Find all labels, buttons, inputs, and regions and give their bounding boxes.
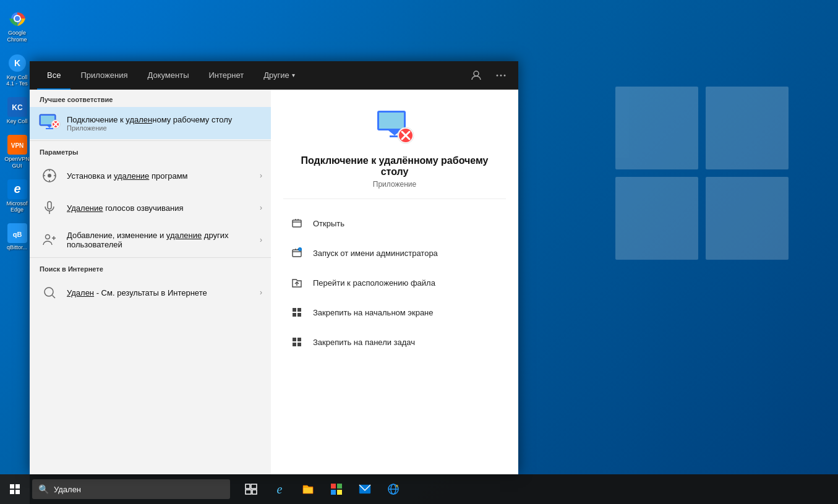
app-detail-sub: Приложение (373, 180, 416, 189)
internet-search-icon (38, 281, 61, 304)
desktop: Google Chrome K Key Coll 4.1 - Tes KC Ke… (0, 0, 838, 504)
desktop-icon-keycollector1[interactable]: K Key Coll 4.1 - Tes (1, 51, 33, 90)
desktop-icon-qbittorrent[interactable]: qB qBittor... (1, 221, 33, 254)
settings-item-manage-users[interactable]: Добавление, изменение и удаление других … (30, 224, 271, 256)
arrow-icon-1: › (260, 171, 262, 180)
search-tabs-actions (466, 66, 511, 85)
internet-search-item[interactable]: Удален - См. результаты в Интернете › (30, 276, 271, 309)
svg-rect-20 (46, 128, 53, 129)
best-match-text: Подключение к удаленному рабочему столу … (67, 115, 262, 132)
svg-text:!: ! (299, 248, 300, 251)
svg-text:e: e (14, 182, 20, 195)
action-pin-start[interactable]: Закрепить на начальном экране (283, 298, 506, 327)
svg-rect-31 (48, 202, 51, 209)
settings-item-3-text: Добавление, изменение и удаление других … (67, 231, 260, 249)
open-icon (288, 215, 306, 232)
taskbar-store[interactable] (323, 476, 350, 503)
svg-rect-46 (293, 220, 301, 227)
tab-apps[interactable]: Приложения (71, 61, 137, 90)
edge-label-desktop: Microsof Edge (4, 200, 31, 214)
openvpn-label: OpenVPN GUI (4, 156, 31, 169)
desktop-icon-chrome[interactable]: Google Chrome (1, 6, 33, 46)
taskbar-file-explorer[interactable] (294, 476, 322, 503)
tab-all[interactable]: Все (37, 61, 71, 90)
svg-rect-54 (297, 313, 301, 317)
best-match-name: Подключение к удаленному рабочему столу (67, 115, 262, 124)
svg-text:qB: qB (12, 231, 22, 238)
svg-point-36 (45, 288, 53, 296)
arrow-icon-3: › (260, 236, 262, 244)
taskbar: 🔍 Удален e (0, 474, 838, 504)
taskbar-mail[interactable] (351, 476, 378, 503)
best-match-item[interactable]: Подключение к удаленному рабочему столу … (30, 107, 271, 139)
taskbar-ie[interactable]: e (380, 476, 407, 503)
settings-item-2-text: Удаление голосов озвучивания (67, 203, 260, 213)
app-actions-list: Открыть ! (283, 209, 506, 356)
edge-taskbar-icon: e (273, 482, 286, 496)
desktop-icon-keycollector2[interactable]: KC Key Coll (1, 95, 33, 127)
svg-rect-61 (10, 490, 14, 494)
action-open[interactable]: Открыть (283, 209, 506, 237)
pin-start-label: Закрепить на начальном экране (313, 308, 434, 317)
search-account-icon[interactable] (466, 66, 486, 85)
settings-item-remove-voices[interactable]: Удаление голосов озвучивания › (30, 192, 271, 224)
openvpn-icon: VPN (7, 135, 27, 155)
search-more-icon[interactable] (491, 66, 511, 85)
start-icon (9, 484, 20, 495)
pin-start-icon (288, 304, 306, 321)
desktop-icon-edge[interactable]: e Microsof Edge (1, 177, 33, 216)
start-button[interactable] (0, 474, 30, 504)
action-pin-taskbar[interactable]: Закрепить на панели задач (283, 328, 506, 356)
svg-rect-65 (246, 490, 251, 494)
svg-rect-58 (297, 343, 301, 346)
action-run-as-admin[interactable]: ! Запуск от имени администратора (283, 239, 506, 267)
windows-logo-watermark (615, 87, 801, 272)
pin-taskbar-icon (288, 333, 306, 351)
taskbar-task-view[interactable] (237, 476, 265, 503)
taskbar-edge[interactable]: e (266, 476, 293, 503)
ie-icon: e (387, 482, 400, 496)
settings-item-uninstall-apps[interactable]: Установка и удаление программ › (30, 160, 271, 192)
svg-rect-57 (293, 343, 296, 346)
file-location-label: Перейти к расположению файла (313, 278, 435, 288)
svg-rect-70 (337, 484, 342, 489)
search-popup: Все Приложения Документы Интернет Другие… (30, 61, 518, 474)
desktop-icon-openvpn[interactable]: VPN OpenVPN GUI (1, 132, 33, 172)
tab-other[interactable]: Другие ▾ (254, 61, 305, 90)
keycollector1-label: Key Coll 4.1 - Tes (4, 74, 31, 88)
settings-title: Параметры (30, 142, 271, 160)
svg-rect-66 (252, 490, 257, 494)
file-location-icon (288, 274, 306, 291)
keycollector2-icon: KC (7, 97, 27, 117)
svg-rect-64 (251, 484, 257, 489)
pin-taskbar-label: Закрепить на панели задач (313, 338, 415, 347)
app-detail-header: Подключение к удалённому рабочему столу … (283, 105, 506, 199)
svg-marker-19 (47, 126, 52, 128)
arrow-icon-2: › (260, 203, 262, 212)
tab-documents[interactable]: Документы (137, 61, 199, 90)
svg-point-2 (15, 16, 20, 21)
svg-point-26 (48, 174, 51, 177)
svg-rect-55 (293, 338, 296, 341)
search-left-panel: Лучшее соответствие (30, 90, 271, 474)
svg-rect-63 (246, 484, 250, 489)
taskbar-search-input[interactable]: Удален (54, 485, 224, 494)
svg-rect-68 (303, 487, 313, 493)
svg-rect-52 (297, 308, 301, 312)
tab-internet[interactable]: Интернет (199, 61, 254, 90)
admin-icon: ! (288, 244, 306, 262)
svg-rect-71 (331, 490, 336, 495)
settings-icon-1 (38, 164, 61, 187)
run-as-admin-label: Запуск от имени администратора (313, 249, 438, 258)
search-body: Лучшее соответствие (30, 90, 518, 474)
internet-search-name: Удален - См. результаты в Интернете (67, 288, 260, 297)
svg-rect-59 (10, 484, 14, 489)
taskbar-search-bar[interactable]: 🔍 Удален (32, 479, 230, 499)
svg-point-16 (504, 74, 506, 76)
svg-rect-53 (293, 313, 296, 317)
settings-item-2-name: Удаление голосов озвучивания (67, 203, 260, 213)
svg-rect-56 (297, 338, 301, 341)
action-file-location[interactable]: Перейти к расположению файла (283, 268, 506, 297)
app-detail-title: Подключение к удалённому рабочему столу (301, 155, 488, 177)
chrome-icon (7, 9, 27, 28)
